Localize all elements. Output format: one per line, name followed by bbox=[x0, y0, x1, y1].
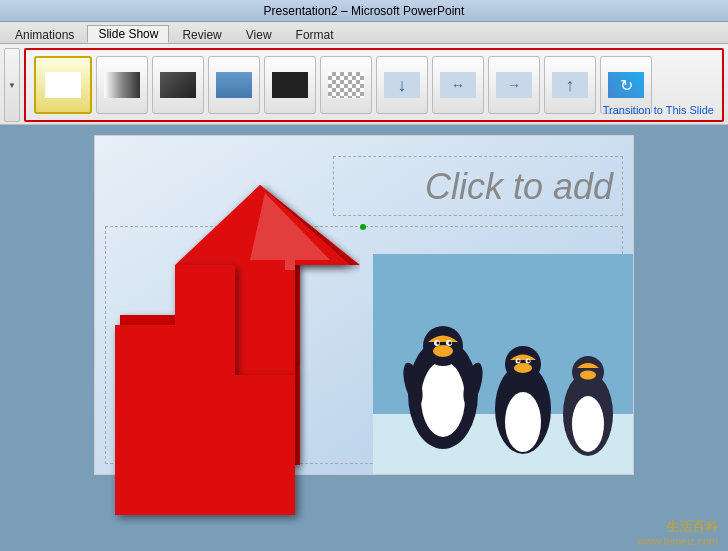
title-placeholder-border bbox=[333, 156, 623, 216]
tab-review[interactable]: Review bbox=[171, 25, 232, 43]
transition-black[interactable] bbox=[264, 56, 316, 114]
red-pointer-arrow bbox=[60, 175, 360, 525]
transitions-ribbon: ↓ ↔ → ↑ ↻ Transition to This Slide bbox=[24, 48, 724, 122]
svg-point-10 bbox=[449, 342, 452, 345]
svg-point-19 bbox=[517, 360, 519, 362]
transition-label: Transition to This Slide bbox=[603, 104, 714, 116]
tab-format[interactable]: Format bbox=[285, 25, 345, 43]
svg-point-9 bbox=[437, 342, 440, 345]
svg-point-24 bbox=[580, 371, 596, 380]
rotate-handle[interactable] bbox=[360, 224, 366, 230]
transition-checker[interactable] bbox=[320, 56, 372, 114]
svg-point-22 bbox=[572, 396, 604, 452]
transition-dark[interactable] bbox=[152, 56, 204, 114]
tab-view[interactable]: View bbox=[235, 25, 283, 43]
svg-point-4 bbox=[421, 361, 465, 437]
transition-arrow-down[interactable]: ↓ bbox=[376, 56, 428, 114]
watermark: 生活百科 www.bimeiz.com bbox=[638, 518, 718, 547]
tab-bar: Animations Slide Show Review View Format bbox=[0, 22, 728, 44]
transition-arrow-up[interactable]: ↑ bbox=[544, 56, 596, 114]
title-bar: Presentation2 – Microsoft PowerPoint bbox=[0, 0, 728, 22]
ribbon-scroll-left[interactable]: ▼ bbox=[4, 48, 20, 122]
title-text: Presentation2 – Microsoft PowerPoint bbox=[264, 4, 465, 18]
svg-point-14 bbox=[505, 392, 541, 452]
transition-arrow-lr[interactable]: ↔ bbox=[432, 56, 484, 114]
penguin-image bbox=[373, 254, 633, 474]
transition-arrow-r[interactable]: → bbox=[488, 56, 540, 114]
svg-point-16 bbox=[514, 363, 532, 373]
svg-point-20 bbox=[527, 360, 529, 362]
transition-blue[interactable] bbox=[208, 56, 260, 114]
transition-fade[interactable] bbox=[96, 56, 148, 114]
tab-animations[interactable]: Animations bbox=[4, 25, 85, 43]
transition-none[interactable] bbox=[34, 56, 92, 114]
svg-point-6 bbox=[433, 345, 453, 357]
tab-slideshow[interactable]: Slide Show bbox=[87, 25, 169, 43]
slide-area: Click to add bbox=[0, 125, 728, 551]
